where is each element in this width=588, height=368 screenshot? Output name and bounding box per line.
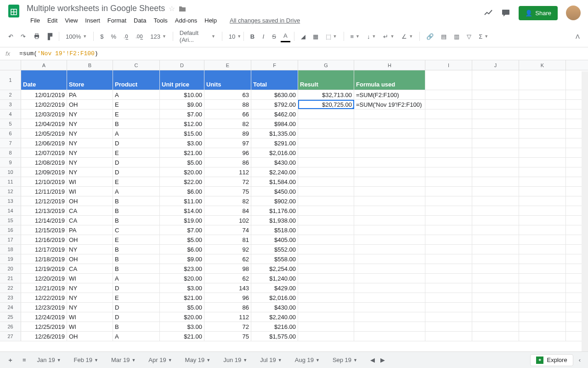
cell[interactable] bbox=[298, 225, 354, 235]
cell[interactable]: 82 bbox=[204, 119, 251, 128]
cell[interactable]: A bbox=[113, 332, 160, 341]
cell[interactable]: 12/20/2019 bbox=[21, 274, 67, 283]
row-header[interactable]: 23 bbox=[0, 293, 21, 302]
cell[interactable] bbox=[298, 129, 354, 138]
cell[interactable] bbox=[472, 274, 519, 283]
cell[interactable] bbox=[354, 167, 425, 177]
row-header[interactable]: 2 bbox=[0, 90, 21, 99]
cell[interactable]: $1,938.00 bbox=[251, 216, 298, 225]
row-header[interactable]: 19 bbox=[0, 254, 21, 264]
sheet-tab[interactable]: Sep 19▼ bbox=[327, 354, 363, 366]
cell[interactable]: $6.00 bbox=[160, 187, 204, 196]
cell[interactable]: $5.00 bbox=[160, 235, 204, 244]
star-icon[interactable]: ☆ bbox=[169, 4, 175, 13]
sheet-tab[interactable]: Jul 19▼ bbox=[254, 354, 288, 366]
cell[interactable]: 12/18/2019 bbox=[21, 254, 67, 264]
row-header[interactable]: 26 bbox=[0, 322, 21, 331]
cell[interactable] bbox=[354, 264, 425, 273]
cell[interactable]: 102 bbox=[204, 216, 251, 225]
cell[interactable]: 12/13/2019 bbox=[21, 206, 67, 215]
cell[interactable] bbox=[298, 187, 354, 196]
cell[interactable]: D bbox=[113, 167, 160, 177]
cell[interactable] bbox=[354, 254, 425, 264]
cell[interactable] bbox=[425, 312, 472, 322]
cell[interactable] bbox=[425, 216, 472, 225]
row-header[interactable]: 18 bbox=[0, 245, 21, 254]
cell[interactable]: 62 bbox=[204, 254, 251, 264]
cell[interactable] bbox=[519, 225, 566, 235]
expand-panel-icon[interactable]: ‹ bbox=[575, 354, 584, 366]
cell[interactable]: B bbox=[113, 206, 160, 215]
cell[interactable] bbox=[425, 138, 472, 148]
sheet-tab-menu-icon[interactable]: ▼ bbox=[278, 358, 282, 362]
cell[interactable] bbox=[425, 293, 472, 302]
cell[interactable] bbox=[425, 187, 472, 196]
cell[interactable]: $32,713.00 bbox=[298, 90, 354, 99]
cell[interactable]: $3.00 bbox=[160, 322, 204, 331]
row-header[interactable]: 4 bbox=[0, 109, 21, 119]
cell[interactable] bbox=[354, 303, 425, 312]
paint-format-icon[interactable]: ▛ bbox=[45, 31, 55, 42]
percent-format-button[interactable]: % bbox=[108, 31, 119, 42]
cell[interactable]: WI bbox=[67, 312, 113, 322]
cell[interactable] bbox=[472, 303, 519, 312]
cell[interactable]: $7.00 bbox=[160, 225, 204, 235]
header-cell-D[interactable]: Unit price bbox=[160, 70, 204, 90]
formula-input[interactable]: =sum('Nov 19'!F2:F100) bbox=[19, 50, 582, 57]
header-cell-F[interactable]: Total bbox=[251, 70, 298, 90]
cell[interactable]: 12/02/2019 bbox=[21, 100, 67, 109]
undo-icon[interactable]: ↶ bbox=[6, 31, 16, 42]
rotate-icon[interactable]: ∠▼ bbox=[399, 32, 416, 41]
sheet-tab-menu-icon[interactable]: ▼ bbox=[316, 358, 320, 362]
cell[interactable]: $9.00 bbox=[160, 254, 204, 264]
cell[interactable]: $2,016.00 bbox=[251, 148, 298, 157]
cell[interactable] bbox=[472, 322, 519, 331]
cell[interactable]: NY bbox=[67, 293, 113, 302]
row-header[interactable]: 11 bbox=[0, 177, 21, 186]
cell[interactable]: $11.00 bbox=[160, 196, 204, 206]
menu-view[interactable]: View bbox=[61, 15, 81, 26]
cell[interactable] bbox=[425, 283, 472, 293]
cell[interactable] bbox=[519, 274, 566, 283]
borders-icon[interactable]: ▦ bbox=[310, 31, 321, 42]
cell[interactable] bbox=[472, 254, 519, 264]
header-cell-K[interactable] bbox=[519, 70, 566, 90]
cell[interactable] bbox=[354, 216, 425, 225]
fill-color-icon[interactable]: ◢ bbox=[298, 31, 308, 42]
row-header[interactable]: 13 bbox=[0, 196, 21, 206]
cell[interactable] bbox=[354, 119, 425, 128]
cell[interactable]: WI bbox=[67, 322, 113, 331]
row-header[interactable]: 17 bbox=[0, 235, 21, 244]
link-icon[interactable]: 🔗 bbox=[424, 31, 436, 42]
cell[interactable]: $20.00 bbox=[160, 274, 204, 283]
cell[interactable]: 12/05/2019 bbox=[21, 129, 67, 138]
cell[interactable]: 89 bbox=[204, 129, 251, 138]
comment-icon[interactable] bbox=[501, 8, 510, 17]
cell[interactable] bbox=[354, 322, 425, 331]
cell[interactable]: $902.00 bbox=[251, 196, 298, 206]
row-header[interactable]: 24 bbox=[0, 303, 21, 312]
sheet-tab[interactable]: Apr 19▼ bbox=[143, 354, 177, 366]
cell[interactable] bbox=[519, 283, 566, 293]
cell[interactable] bbox=[354, 293, 425, 302]
cell[interactable]: 12/24/2019 bbox=[21, 312, 67, 322]
col-header-D[interactable]: D bbox=[160, 60, 204, 70]
font-select[interactable]: Default (Ari...▼ bbox=[177, 29, 218, 44]
cell[interactable] bbox=[298, 196, 354, 206]
zoom-select[interactable]: 100%▼ bbox=[63, 32, 90, 41]
header-cell-I[interactable] bbox=[425, 70, 472, 90]
cell[interactable]: $19.00 bbox=[160, 216, 204, 225]
cell[interactable]: 12/16/2019 bbox=[21, 235, 67, 244]
cell[interactable] bbox=[472, 235, 519, 244]
cell[interactable]: $3.00 bbox=[160, 138, 204, 148]
cell[interactable] bbox=[519, 158, 566, 167]
menu-data[interactable]: Data bbox=[130, 15, 150, 26]
cell[interactable] bbox=[298, 216, 354, 225]
cell[interactable] bbox=[425, 158, 472, 167]
cell[interactable]: $7.00 bbox=[160, 109, 204, 119]
cell[interactable] bbox=[472, 264, 519, 273]
cell[interactable] bbox=[425, 254, 472, 264]
menu-edit[interactable]: Edit bbox=[44, 15, 61, 26]
cell[interactable]: 12/22/2019 bbox=[21, 293, 67, 302]
cell[interactable] bbox=[519, 138, 566, 148]
